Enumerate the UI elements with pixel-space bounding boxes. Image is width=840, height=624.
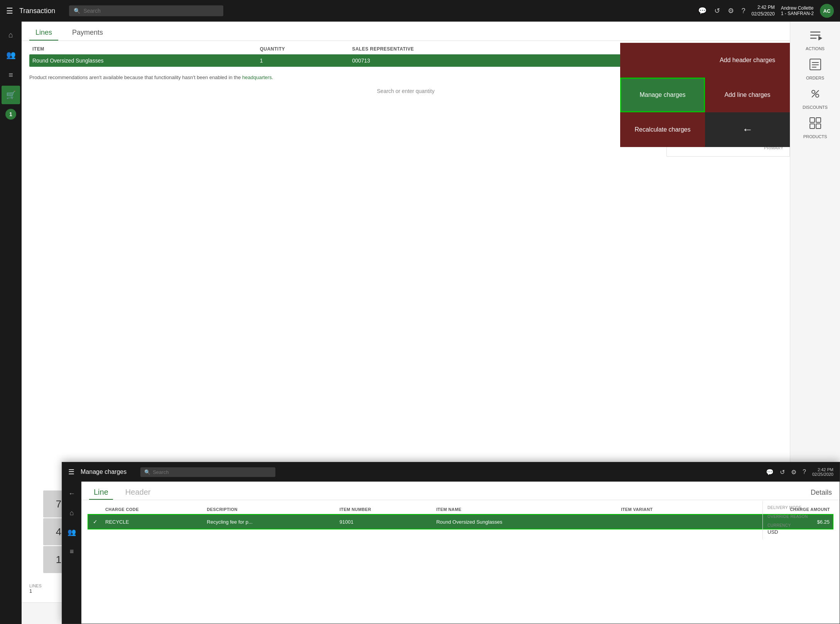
charge-table-row[interactable]: ✓ RECYCLE Recycling fee for p... 91001 R… (88, 514, 833, 529)
nav-icons: 💬 ↺ ⚙ ? (698, 7, 746, 15)
discounts-icon (806, 84, 825, 103)
menu-icon: ≡ (8, 71, 13, 79)
charges-overlay: Add header charges Manage charges Add li… (620, 43, 790, 147)
charge-btn-manage[interactable]: Manage charges (620, 78, 705, 112)
charges-table: CHARGE CODE DESCRIPTION ITEM NUMBER ITEM… (88, 505, 833, 529)
top-nav: ☰ Transaction 🔍 💬 ↺ ⚙ ? 2:42 PM 02/25/20… (0, 0, 840, 22)
col-item-name: ITEM NAME (433, 505, 618, 514)
action-discounts[interactable]: DISCOUNTS (798, 84, 833, 110)
popup-search-bar[interactable]: 🔍 (140, 467, 275, 477)
popup-back-btn[interactable]: ← (64, 485, 80, 502)
settings-icon[interactable]: ⚙ (728, 7, 734, 15)
orders-icon (806, 55, 825, 74)
col-item: ITEM (29, 44, 257, 54)
svg-rect-6 (810, 124, 815, 129)
sidebar-item-customers[interactable]: 👥 (2, 46, 20, 64)
col-description: DESCRIPTION (204, 505, 336, 514)
app-title: Transaction (19, 7, 55, 15)
cell-salesrep: 000713 (349, 54, 549, 67)
currency-label: CURRENCY (767, 523, 835, 528)
help-icon[interactable]: ? (742, 7, 746, 15)
popup-topbar: ☰ Manage charges 🔍 💬 ↺ ⚙ ? 2:42 PM 02/25… (62, 462, 840, 482)
action-products[interactable]: PRODUCTS (798, 113, 833, 139)
col-salesrep: SALES REPRESENTATIVE (349, 44, 549, 54)
sidebar-item-cart[interactable]: 🛒 (2, 86, 20, 104)
popup-main: Line Header Details CHARGE CODE DESCRIPT… (81, 482, 840, 624)
currency-value: USD (767, 529, 835, 535)
svg-point-3 (816, 94, 819, 97)
discounts-label: DISCOUNTS (803, 105, 828, 110)
global-search-bar[interactable]: 🔍 (69, 5, 223, 16)
popup-details-label: Details (811, 489, 832, 497)
hamburger-icon[interactable]: ☰ (6, 6, 13, 15)
popup-users-icon[interactable]: 👥 (64, 524, 80, 540)
product-rec-text: Product recommendations aren't available… (29, 74, 241, 80)
tab-lines[interactable]: Lines (29, 25, 58, 41)
checkbox-checked: ✓ (91, 518, 99, 526)
totals-lines: LINES 1 (29, 583, 42, 594)
popup-search-input[interactable] (153, 469, 272, 475)
actions-icon (806, 25, 825, 45)
search-icon: 🔍 (74, 8, 80, 14)
popup-tab-header[interactable]: Header (121, 485, 155, 500)
popup-hamburger[interactable]: ☰ (68, 468, 74, 476)
col-charge-code: CHARGE CODE (102, 505, 204, 514)
cell-item: Round Oversized Sunglasses (29, 54, 257, 67)
col-item-number: ITEM NUMBER (336, 505, 433, 514)
cell-quantity: 1 (257, 54, 349, 67)
refresh-icon[interactable]: ↺ (714, 7, 720, 15)
actions-label: ACTIONS (806, 46, 825, 51)
charge-btn-recalculate[interactable]: Recalculate charges (620, 112, 705, 147)
col-item-variant: ITEM VARIANT (618, 505, 715, 514)
override-reason-label: OVERRIDE REASON (767, 514, 835, 519)
sidebar-item-home[interactable]: ⌂ (2, 25, 20, 44)
product-rec-link[interactable]: headquarters. (242, 74, 273, 80)
cell-desc: Recycling fee for p... (204, 514, 336, 529)
popup-tab-line[interactable]: Line (89, 485, 113, 500)
products-icon (806, 113, 825, 133)
popup-refresh-icon[interactable]: ↺ (780, 468, 785, 476)
cell-item-name: Round Oversized Sunglasses (433, 514, 618, 529)
charge-btn-add-header[interactable]: Add header charges (705, 43, 790, 78)
products-label: PRODUCTS (803, 134, 827, 139)
charge-btn-topleft[interactable] (620, 43, 705, 78)
cell-checkbox[interactable]: ✓ (88, 514, 102, 529)
sidebar-item-menu[interactable]: ≡ (2, 66, 20, 84)
charge-btn-back[interactable]: ← (705, 112, 790, 147)
popup-sidebar: ← ⌂ 👥 ≡ (62, 482, 81, 624)
tab-payments[interactable]: Payments (66, 25, 109, 41)
search-input[interactable] (83, 8, 219, 14)
popup-time: 2:42 PM 02/25/2020 (812, 467, 833, 477)
manage-charges-popup: ☰ Manage charges 🔍 💬 ↺ ⚙ ? 2:42 PM 02/25… (62, 462, 840, 624)
popup-tabs: Line Header Details (81, 482, 840, 500)
user-name: Andrew Collette (781, 5, 814, 11)
user-store: 1 - SANFRAN-2 (781, 11, 814, 16)
cell-charge-code: RECYCLE (102, 514, 204, 529)
chat-icon[interactable]: 💬 (698, 7, 707, 15)
tabs-bar: Lines Payments (22, 22, 840, 41)
popup-home-icon[interactable]: ⌂ (64, 505, 80, 521)
popup-search-icon: 🔍 (144, 469, 150, 475)
popup-detail-panel: DELIVERY MODE OVERRIDE REASON CURRENCY U… (762, 501, 840, 539)
col-quantity: QUANTITY (257, 44, 349, 54)
time-info: 2:42 PM 02/25/2020 (752, 4, 775, 17)
popup-chat-icon[interactable]: 💬 (766, 468, 774, 476)
svg-rect-7 (816, 124, 821, 129)
action-orders[interactable]: ORDERS (798, 55, 833, 80)
svg-marker-0 (818, 36, 822, 41)
orders-label: ORDERS (806, 76, 824, 80)
cell-item-variant (618, 514, 715, 529)
popup-menu-icon[interactable]: ≡ (64, 543, 80, 560)
cart-count: 1 (5, 109, 16, 120)
time-display: 2:42 PM (752, 4, 775, 11)
cell-item-num: 91001 (336, 514, 433, 529)
customers-icon: 👥 (6, 50, 16, 59)
charge-btn-add-line[interactable]: Add line charges (705, 78, 790, 112)
action-actions[interactable]: ACTIONS (798, 25, 833, 51)
popup-help-icon[interactable]: ? (803, 468, 806, 476)
popup-settings-icon[interactable]: ⚙ (791, 468, 796, 476)
user-avatar[interactable]: AC (820, 4, 834, 18)
svg-point-2 (812, 90, 815, 93)
left-sidebar: ⌂ 👥 ≡ 🛒 1 (0, 22, 22, 624)
date-display: 02/25/2020 (752, 11, 775, 17)
